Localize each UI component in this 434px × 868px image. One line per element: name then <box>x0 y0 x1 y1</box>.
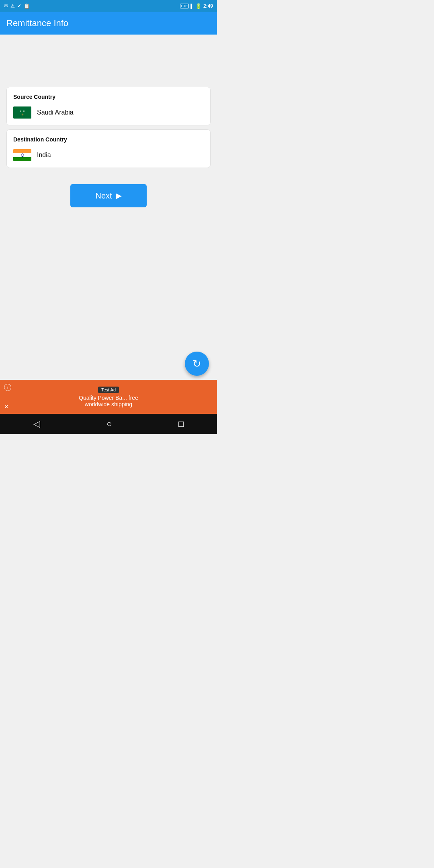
status-bar-right: LTE ▌ 🔋 2:49 <box>180 3 213 9</box>
destination-country-value: India <box>37 151 51 159</box>
status-bar-icons-left: ✉ ⚠ ✔ 📋 <box>4 3 30 9</box>
status-bar: ✉ ⚠ ✔ 📋 LTE ▌ 🔋 2:49 <box>0 0 217 12</box>
next-arrow-icon: ▶ <box>116 191 122 200</box>
battery-icon: 🔋 <box>195 3 202 9</box>
app-bar: Remittance Info <box>0 12 217 35</box>
next-button[interactable]: Next ▶ <box>70 184 147 207</box>
signal-icon: ▌ <box>190 4 194 8</box>
ad-banner: i ✕ Test Ad Quality Power Ba... freeworl… <box>0 380 217 414</box>
time-display: 2:49 <box>203 3 213 9</box>
saudi-flag-icon: ≡ ≡ 🌴 <box>13 106 31 119</box>
home-button[interactable]: ○ <box>106 419 112 429</box>
destination-country-label: Destination Country <box>13 136 204 143</box>
ad-label: Test Ad <box>98 387 119 393</box>
next-button-label: Next <box>95 191 112 201</box>
refresh-icon: ↻ <box>192 358 201 370</box>
lte-badge: LTE <box>180 4 189 9</box>
alert-icon: ⚠ <box>10 3 15 9</box>
refresh-fab[interactable]: ↻ <box>185 352 209 376</box>
ad-text: Quality Power Ba... freeworldwide shippi… <box>79 395 138 407</box>
source-country-card[interactable]: Source Country ≡ ≡ 🌴 Saudi Arabia <box>6 87 211 125</box>
main-content: Source Country ≡ ≡ 🌴 Saudi Arabia Destin… <box>0 35 217 380</box>
source-country-row: ≡ ≡ 🌴 Saudi Arabia <box>13 106 204 119</box>
mail-icon: ✉ <box>4 3 8 9</box>
clipboard-icon: 📋 <box>24 3 30 9</box>
recents-button[interactable]: □ <box>178 419 184 429</box>
check-circle-icon: ✔ <box>17 3 21 9</box>
destination-country-row: India <box>13 149 204 161</box>
back-button[interactable]: ◁ <box>33 419 40 429</box>
india-flag-icon <box>13 149 31 161</box>
nav-bar: ◁ ○ □ <box>0 414 217 434</box>
source-country-label: Source Country <box>13 94 204 100</box>
ad-info-icon[interactable]: i <box>4 384 11 391</box>
ad-close-icon[interactable]: ✕ <box>4 403 9 410</box>
destination-country-card[interactable]: Destination Country India <box>6 129 211 168</box>
source-country-value: Saudi Arabia <box>37 109 74 116</box>
page-title: Remittance Info <box>6 18 68 29</box>
